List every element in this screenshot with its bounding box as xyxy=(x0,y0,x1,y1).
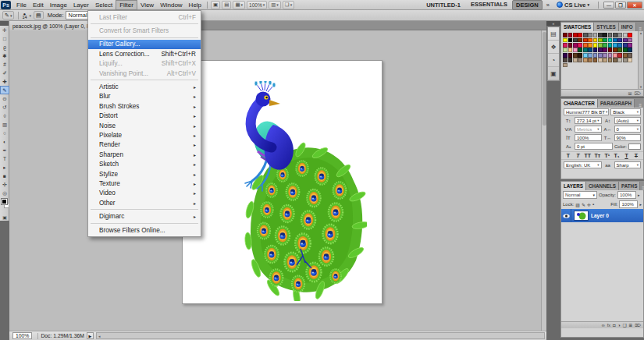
anti-alias-select[interactable]: Sharp▾ xyxy=(614,161,641,168)
color-swatch[interactable] xyxy=(563,63,568,68)
panel-menu-icon[interactable]: ≡ xyxy=(640,186,644,190)
color-swatch[interactable] xyxy=(563,58,568,62)
color-swatch[interactable] xyxy=(598,33,603,37)
menu-layer[interactable]: Layer xyxy=(70,0,92,10)
opacity-input[interactable]: 100% xyxy=(617,191,636,199)
color-swatch[interactable] xyxy=(603,38,607,43)
layer-row[interactable]: Layer 0 xyxy=(561,209,643,222)
layer-effects-icon[interactable]: fx xyxy=(607,323,610,328)
color-swatch[interactable] xyxy=(563,38,568,43)
color-swatch[interactable] xyxy=(608,38,613,43)
color-swatch[interactable] xyxy=(593,58,598,62)
filter-menu-item-vanishing-point[interactable]: Vanishing Point...Alt+Ctrl+V xyxy=(88,69,201,78)
quick-selection-tool[interactable]: ✱ xyxy=(0,51,9,60)
color-swatch[interactable] xyxy=(608,58,613,62)
font-family-select[interactable]: Humnst777 Blk BT▾ xyxy=(564,108,609,115)
arrange-documents-icon[interactable]: ▥▾ xyxy=(269,1,281,9)
color-swatch[interactable] xyxy=(603,43,607,48)
color-swatch[interactable] xyxy=(628,33,632,37)
zoom-level-button[interactable]: 100%▾ xyxy=(247,1,267,9)
filter-menu-item-lens-correction[interactable]: Lens Correction...Shift+Ctrl+R xyxy=(88,49,201,58)
color-swatch[interactable] xyxy=(613,33,617,37)
color-swatch[interactable] xyxy=(588,53,592,58)
layer-thumbnail[interactable] xyxy=(574,211,589,221)
layer-group-icon[interactable]: ❑ xyxy=(623,323,627,328)
baseline-shift-input[interactable]: 0 pt xyxy=(575,143,613,150)
color-swatch[interactable] xyxy=(573,43,578,48)
color-swatch[interactable] xyxy=(568,43,573,48)
zoom-tool[interactable]: ◎ xyxy=(0,189,9,197)
color-swatch[interactable] xyxy=(578,33,582,37)
color-swatch[interactable] xyxy=(623,48,628,52)
color-swatch[interactable] xyxy=(583,48,588,52)
zoom-input[interactable]: 100% xyxy=(12,332,32,339)
color-swatch[interactable] xyxy=(617,38,622,43)
color-swatch[interactable] xyxy=(578,53,582,58)
color-swatch[interactable] xyxy=(628,48,632,52)
color-swatch[interactable] xyxy=(628,58,632,62)
scroll-down-icon[interactable]: ▼ xyxy=(639,85,642,89)
fill-input[interactable]: 100% xyxy=(619,200,638,208)
menu-view[interactable]: View xyxy=(137,0,157,10)
dodge-tool[interactable]: ◐ xyxy=(0,137,9,146)
color-swatch[interactable] xyxy=(568,33,573,37)
color-swatch[interactable] xyxy=(578,43,582,48)
color-swatch[interactable] xyxy=(617,53,622,58)
filter-menu-item-filter-gallery[interactable]: Filter Gallery... xyxy=(88,40,201,49)
text-color-swatch[interactable] xyxy=(628,143,641,150)
menu-help[interactable]: Help xyxy=(186,0,205,10)
delete-swatch-icon[interactable]: ⌦ xyxy=(635,90,641,96)
lasso-tool[interactable]: ϱ xyxy=(0,43,9,51)
color-swatch[interactable] xyxy=(598,58,603,62)
canvas-horizontal-scrollbar[interactable]: ◂ xyxy=(96,332,545,339)
color-swatch[interactable] xyxy=(573,38,578,43)
new-swatch-icon[interactable]: ⊞ xyxy=(628,90,632,96)
color-swatch[interactable] xyxy=(623,33,628,37)
filter-menu-item-stylize[interactable]: Stylize▸ xyxy=(88,169,201,179)
fill-slider-arrow[interactable]: ▸ xyxy=(639,202,642,207)
gradient-tool[interactable]: ▥ xyxy=(0,120,9,129)
color-swatch[interactable] xyxy=(593,48,598,52)
horizontal-scale-input[interactable]: 90% xyxy=(614,134,642,141)
screen-mode-icon[interactable]: ❏▾ xyxy=(283,1,294,9)
lock-position-icon[interactable]: ✛ xyxy=(587,202,591,207)
color-swatch[interactable] xyxy=(568,38,573,43)
toggle-brush-panel-button[interactable]: ▤ xyxy=(34,11,44,19)
color-swatch[interactable] xyxy=(608,33,613,37)
kerning-input[interactable]: Metrics▾ xyxy=(575,126,602,133)
color-swatch[interactable] xyxy=(583,53,588,58)
swatches-scrollbar[interactable]: ▲▼ xyxy=(638,31,643,89)
color-swatch[interactable] xyxy=(628,38,632,43)
menu-edit[interactable]: Edit xyxy=(30,0,47,10)
eraser-tool[interactable]: ◊ xyxy=(0,112,9,120)
canvas-vertical-scrollbar[interactable] xyxy=(541,30,546,331)
lock-pixels-icon[interactable]: ✎ xyxy=(582,202,585,207)
subscript-button[interactable]: T₁ xyxy=(613,153,621,158)
color-swatch[interactable] xyxy=(583,38,588,43)
all-caps-button[interactable]: TT xyxy=(584,153,592,158)
color-swatch[interactable] xyxy=(593,33,598,37)
faux-italic-button[interactable]: T xyxy=(574,153,582,158)
tab-styles[interactable]: STYLES xyxy=(594,23,619,31)
scroll-up-icon[interactable]: ▲ xyxy=(639,31,642,35)
filter-menu-item-blur[interactable]: Blur▸ xyxy=(88,92,201,101)
minimize-button[interactable]: — xyxy=(603,2,614,9)
font-style-select[interactable]: Black▾ xyxy=(610,108,641,115)
delete-layer-icon[interactable]: ⌦ xyxy=(635,323,641,328)
strikethrough-button[interactable]: T xyxy=(632,153,640,158)
color-swatch[interactable] xyxy=(578,38,582,43)
document-page[interactable] xyxy=(182,60,382,304)
color-swatch[interactable] xyxy=(617,58,622,62)
color-swatch[interactable] xyxy=(603,58,607,62)
tab-swatches[interactable]: SWATCHES xyxy=(561,23,594,31)
color-swatch[interactable] xyxy=(568,53,573,58)
layer-visibility-toggle[interactable] xyxy=(561,209,571,222)
tracking-input[interactable]: 0▾ xyxy=(614,126,642,133)
filter-menu-item-other[interactable]: Other▸ xyxy=(88,198,201,207)
restore-button[interactable]: ❐ xyxy=(615,2,626,9)
color-swatch[interactable] xyxy=(593,43,598,48)
bridge-icon[interactable]: ▣ xyxy=(211,1,220,9)
new-layer-icon[interactable]: ⊞ xyxy=(629,323,633,328)
color-swatch[interactable] xyxy=(628,43,632,48)
adjustment-layer-icon[interactable]: ◑ xyxy=(617,323,620,328)
